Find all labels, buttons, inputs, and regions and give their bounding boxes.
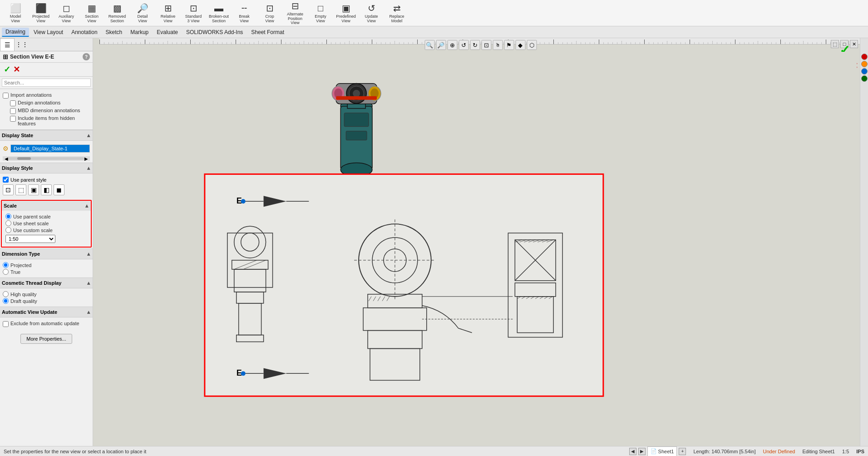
panel-tab-properties[interactable]: ☰ — [0, 38, 15, 51]
panel-tab-config[interactable]: ⋮⋮ — [15, 38, 29, 51]
projected-view-btn[interactable]: ⬛ ProjectedView — [29, 2, 53, 25]
empty-view-btn[interactable]: □ EmptyView — [309, 2, 332, 25]
draft-quality-radio[interactable] — [3, 298, 9, 304]
menu-evaluate[interactable]: Evaluate — [153, 28, 182, 36]
display-style-header[interactable]: Display Style — [0, 163, 93, 173]
true-radio[interactable] — [3, 269, 9, 275]
hex-btn[interactable]: ⬡ — [527, 40, 537, 50]
relative-view-btn[interactable]: ⊞ RelativeView — [156, 2, 180, 25]
projected-radio[interactable] — [3, 262, 9, 268]
scroll-left-arrow[interactable]: ◀ — [5, 156, 8, 161]
detail-view-btn[interactable]: 🔎 DetailView — [131, 2, 154, 25]
menu-markup[interactable]: Markup — [127, 28, 152, 36]
flag-btn[interactable]: ⚑ — [504, 40, 514, 50]
ok-button[interactable]: ✓ — [4, 64, 10, 74]
zoom-out-btn[interactable]: 🔎 — [436, 40, 446, 50]
use-custom-scale-radio[interactable] — [5, 227, 11, 233]
cancel-button[interactable]: ✕ — [13, 64, 20, 74]
color-red[interactable] — [861, 54, 868, 60]
wireframe-btn[interactable]: ⊡ — [3, 184, 14, 195]
use-sheet-scale-radio[interactable] — [5, 220, 11, 226]
select-btn[interactable]: ⊡ — [481, 40, 491, 50]
help-button[interactable]: ? — [83, 53, 90, 60]
next-sheet-btn[interactable]: ▶ — [638, 448, 646, 455]
hidden-lines-removed-btn[interactable]: ▣ — [28, 184, 39, 195]
draft-quality-label: Draft quality — [10, 298, 37, 304]
import-annotations-checkbox[interactable] — [3, 93, 9, 99]
config-icon: ⋮⋮ — [15, 41, 28, 48]
use-parent-scale-radio[interactable] — [5, 213, 11, 219]
svg-rect-15 — [346, 131, 367, 140]
scale-header[interactable]: Scale — [2, 201, 91, 211]
more-properties-button[interactable]: More Properties... — [20, 334, 72, 344]
cosmetic-thread-header[interactable]: Cosmetic Thread Display — [0, 278, 93, 288]
menu-solidworks-addins[interactable]: SOLIDWORKS Add-Ins — [182, 28, 247, 36]
model-view-btn[interactable]: ⬜ ModelView — [4, 2, 27, 25]
menu-sheet-format[interactable]: Sheet Format — [247, 28, 288, 36]
projected-view-icon: ⬛ — [35, 3, 47, 14]
include-hidden-checkbox[interactable] — [10, 116, 16, 122]
crop-view-btn[interactable]: ⊡ CropView — [258, 2, 281, 25]
color-green[interactable] — [861, 75, 868, 82]
include-hidden-row: Include items from hidden features — [3, 115, 90, 126]
pointer-btn[interactable]: 🖱 — [493, 40, 503, 50]
scale-content: Use parent scale Use sheet scale Use cus… — [2, 211, 91, 247]
hidden-lines-visible-btn[interactable]: ⬚ — [15, 184, 26, 195]
design-annotations-checkbox[interactable] — [10, 100, 16, 106]
color-orange[interactable] — [861, 61, 868, 67]
use-custom-scale-row: Use custom scale — [5, 227, 87, 233]
display-state-header[interactable]: Display State — [0, 130, 93, 141]
auxiliary-view-icon: ◻ — [63, 3, 70, 14]
status-right: ◀ ▶ 📄 Sheet1 + Length: 140.706mm [5.54in… — [629, 446, 864, 456]
menu-drawing[interactable]: Drawing — [2, 28, 29, 37]
display-state-item[interactable]: Default_Display_State-1 — [11, 145, 89, 152]
scrollbar-thumb[interactable] — [17, 157, 31, 160]
redo-btn[interactable]: ↻ — [470, 40, 480, 50]
dot-btn[interactable]: ◆ — [515, 40, 525, 50]
drawing-area[interactable]: 🔍 🔎 ⊕ ↺ ↻ ⊡ 🖱 ⚑ ◆ ⬡ ⬚ □ ✕ ✓ ✕ — [93, 38, 868, 446]
zoom-fit-btn[interactable]: ⊕ — [447, 40, 457, 50]
svg-point-25 — [241, 371, 246, 376]
use-parent-style-checkbox[interactable] — [3, 177, 9, 183]
menu-annotation[interactable]: Annotation — [68, 28, 101, 36]
prev-sheet-btn[interactable]: ◀ — [629, 448, 636, 455]
crop-view-icon: ⊡ — [266, 3, 274, 14]
predefined-view-btn[interactable]: ▣ PredefinedView — [334, 2, 358, 25]
svg-point-20 — [241, 199, 246, 203]
zoom-in-btn[interactable]: 🔍 — [424, 40, 434, 50]
detail-view-label: DetailView — [137, 15, 148, 24]
auxiliary-view-btn[interactable]: ◻ AuxiliaryView — [54, 2, 78, 25]
update-view-btn[interactable]: ↺ UpdateView — [360, 2, 383, 25]
use-custom-scale-label: Use custom scale — [13, 228, 53, 233]
menu-view-layout[interactable]: View Layout — [30, 28, 67, 36]
design-annotations-label: Design annotations — [18, 100, 60, 105]
auto-update-header[interactable]: Automatic View Update — [0, 307, 93, 317]
color-blue[interactable] — [861, 68, 868, 74]
dimension-type-header[interactable]: Dimension Type — [0, 248, 93, 259]
scale-select[interactable]: 1:50 1:1 1:2 1:5 1:10 1:20 1:100 — [5, 235, 55, 243]
search-input[interactable] — [2, 79, 91, 87]
shaded-edges-btn[interactable]: ◧ — [41, 184, 52, 195]
menu-sketch[interactable]: Sketch — [102, 28, 126, 36]
svg-rect-14 — [344, 113, 369, 127]
standard-3view-btn[interactable]: ⊡ Standard3 View — [182, 2, 205, 25]
section-view-btn[interactable]: ▦ SectionView — [80, 2, 104, 25]
exclude-auto-update-checkbox[interactable] — [3, 321, 9, 327]
mbd-annotations-checkbox[interactable] — [10, 108, 16, 114]
undo-btn[interactable]: ↺ — [459, 40, 469, 50]
close-btn[interactable]: ✕ — [850, 40, 858, 48]
high-quality-radio[interactable] — [3, 291, 9, 297]
sheet1-tab[interactable]: 📄 Sheet1 — [647, 446, 677, 456]
replace-model-btn[interactable]: ⇄ ReplaceModel — [385, 2, 409, 25]
alt-pos-btn[interactable]: ⊟ AlternatePositionView — [283, 2, 307, 25]
scrollbar-track — [8, 157, 84, 160]
length-display: Length: 140.706mm [5.54in] — [693, 449, 755, 454]
shaded-btn[interactable]: ◼ — [54, 184, 64, 195]
restore-btn[interactable]: ⬚ — [831, 40, 839, 48]
broken-out-btn[interactable]: ▬ Broken-outSection — [207, 2, 231, 25]
add-sheet-btn[interactable]: + — [679, 448, 686, 455]
display-state-scrollbar[interactable]: ◀ ▶ — [3, 156, 90, 161]
break-view-btn[interactable]: ╌ BreakView — [232, 2, 256, 25]
scroll-right-arrow[interactable]: ▶ — [84, 156, 88, 161]
removed-section-btn[interactable]: ▩ Removed Section — [105, 2, 129, 25]
